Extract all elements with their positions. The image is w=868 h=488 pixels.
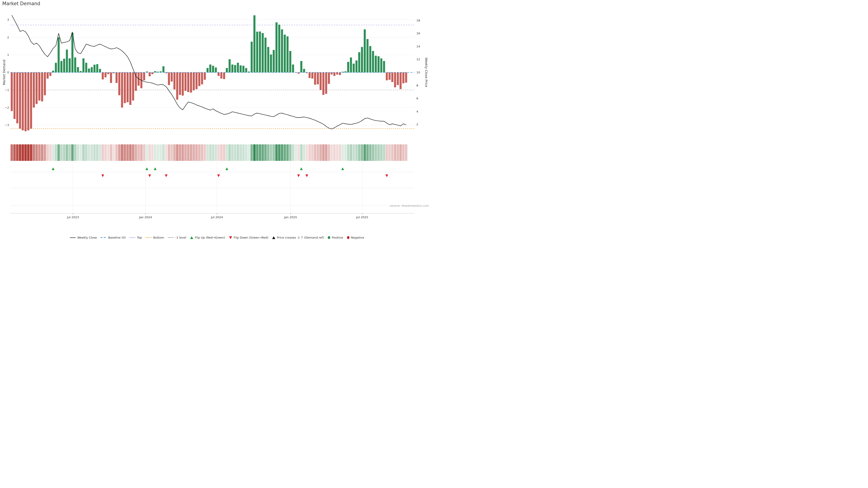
heatmap-cell (190, 144, 192, 161)
heatmap-cell (41, 144, 43, 161)
demand-bar-positive (259, 31, 261, 72)
heatmap-cell (66, 144, 68, 161)
legend-swatch-tri-up-icon (272, 236, 275, 239)
demand-bar-negative (204, 72, 206, 80)
heatmap-cell (289, 144, 291, 161)
legend-label: Baseline (0) (108, 236, 126, 239)
heatmap-cell (399, 144, 402, 161)
heatmap-cell (57, 144, 60, 161)
heatmap-cell (71, 144, 74, 161)
legend-swatch-tri-up-icon (190, 236, 193, 239)
demand-bar-positive (74, 57, 76, 72)
demand-bar-positive (237, 63, 239, 72)
x-tick-label: Jul 2023 (67, 216, 79, 219)
legend-swatch-dot-icon (168, 237, 174, 238)
legend-label: Negative (351, 236, 364, 239)
demand-bar-positive (242, 66, 244, 72)
heatmap-cell (110, 144, 112, 161)
heatmap-cell (223, 144, 225, 161)
market-demand-chart: 3210−1−2−318161412108642Jul 2023Jan 2024… (0, 0, 434, 235)
heatmap-cell (193, 144, 195, 161)
flip-up-marker (225, 167, 228, 170)
heatmap-cell (380, 144, 382, 161)
demand-bar-negative (102, 72, 104, 79)
left-tick-label: −2 (5, 106, 9, 109)
legend-item: Negative (347, 236, 364, 239)
heatmap-cell (126, 144, 129, 161)
legend-label: Bottom (153, 236, 164, 239)
legend-swatch-dot-icon (129, 237, 135, 238)
heatmap-cell (38, 144, 41, 161)
demand-bar-negative (179, 72, 181, 95)
heatmap-cell (16, 144, 19, 161)
flip-up-marker (300, 167, 303, 170)
legend-swatch-dot-icon (146, 237, 152, 238)
demand-bar-negative (44, 72, 46, 95)
demand-bar-positive (256, 32, 258, 72)
left-tick-label: 3 (7, 18, 9, 22)
demand-bar-negative (386, 72, 388, 80)
right-tick-label: 18 (416, 19, 420, 22)
right-tick-label: 6 (416, 97, 418, 100)
demand-bar-negative (25, 72, 27, 131)
heatmap-cell (245, 144, 248, 161)
demand-bar-negative (336, 72, 338, 74)
flip-down-marker (148, 174, 151, 177)
demand-bar-positive (287, 36, 289, 72)
heatmap-cell (383, 144, 385, 161)
heatmap-cell (259, 144, 261, 161)
legend-swatch-circle-icon (347, 236, 349, 239)
legend-item: Flip Down (Green→Red) (229, 236, 268, 239)
flip-markers (52, 167, 388, 177)
demand-bar-positive (361, 47, 363, 72)
left-tick-label: −1 (5, 88, 9, 92)
legend-swatch-tri-down-icon (229, 236, 232, 239)
demand-bar-positive (83, 58, 85, 72)
heatmap-cell (331, 144, 333, 161)
x-tick-label: Jul 2024 (211, 216, 223, 219)
heatmap-cell (339, 144, 341, 161)
demand-bar-negative (104, 72, 106, 77)
demand-bar-negative (149, 72, 151, 76)
demand-bar-positive (273, 50, 275, 72)
legend-item: Flip Up (Red→Green) (190, 236, 225, 239)
demand-bar-negative (198, 72, 200, 86)
heatmap-cell (248, 144, 250, 161)
demand-bar-negative (311, 72, 313, 78)
heatmap-cell (308, 144, 311, 161)
demand-bar-negative (184, 72, 186, 91)
demand-bar-positive (281, 29, 283, 72)
heatmap-cell (281, 144, 283, 161)
demand-bar-negative (320, 72, 322, 90)
heatmap-cell (220, 144, 223, 161)
heatmap-cell (364, 144, 366, 161)
x-tick-label: Jan 2025 (284, 216, 297, 219)
demand-bar-negative (127, 72, 129, 102)
left-axis-ticks: 3210−1−2−3 (5, 18, 9, 127)
demand-bar-negative (135, 72, 137, 91)
demand-bar-negative (317, 72, 319, 85)
heatmap-cell (24, 144, 27, 161)
heatmap-cell (182, 144, 184, 161)
demand-bar-positive (88, 68, 90, 72)
demand-bar-positive (352, 64, 355, 72)
lower-panel-grid (10, 162, 414, 213)
demand-bar-negative (49, 72, 51, 76)
heatmap-cell (300, 144, 303, 161)
heatmap-cell (231, 144, 234, 161)
flip-down-marker (101, 174, 104, 177)
demand-bar-negative (35, 72, 37, 104)
x-tick-label: Jan 2024 (139, 216, 152, 219)
demand-bar-positive (372, 51, 374, 72)
heatmap-cell (121, 144, 123, 161)
demand-bar-positive (245, 68, 247, 72)
heatmap-cell (212, 144, 214, 161)
demand-bar-positive (240, 65, 242, 72)
demand-bar-negative (151, 72, 153, 74)
heatmap-cell (96, 144, 98, 161)
heatmap-cell (306, 144, 308, 161)
flip-up-marker (341, 167, 344, 170)
demand-bar-negative (110, 72, 112, 83)
demand-bar-negative (333, 72, 336, 76)
heatmap-cell (342, 144, 344, 161)
